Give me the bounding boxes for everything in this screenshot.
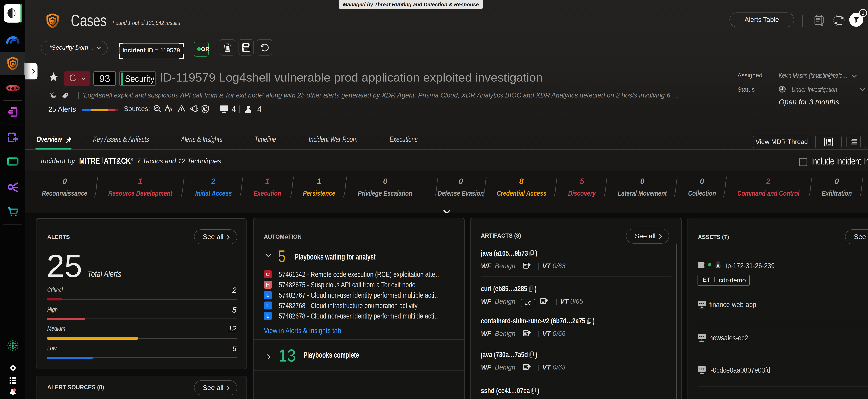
svg-text:A: A xyxy=(169,106,173,112)
